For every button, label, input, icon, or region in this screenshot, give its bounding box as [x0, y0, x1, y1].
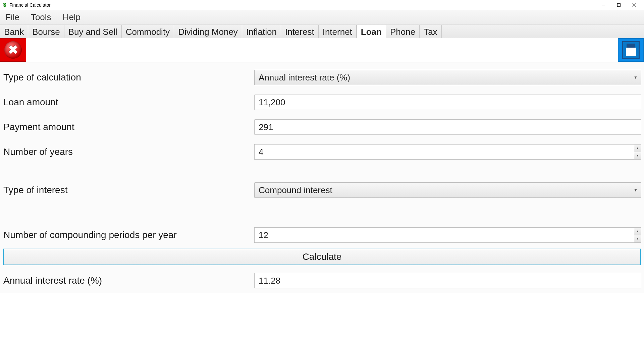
menu-file[interactable]: File	[3, 11, 21, 23]
label-type-of-interest: Type of interest	[3, 185, 254, 195]
payment-amount-input[interactable]	[254, 119, 641, 135]
tab-tax[interactable]: Tax	[420, 25, 441, 38]
tab-commodity[interactable]: Commodity	[122, 25, 174, 38]
toolbar: ✖	[0, 38, 644, 62]
tab-phone[interactable]: Phone	[386, 25, 420, 38]
label-annual-interest-rate: Annual interest rate (%)	[3, 275, 254, 286]
tab-inflation[interactable]: Inflation	[242, 25, 281, 38]
maximize-button[interactable]	[611, 0, 627, 10]
app-dollar-icon: $	[2, 2, 7, 8]
calculate-label: Calculate	[303, 251, 342, 262]
calculate-button[interactable]: Calculate	[3, 249, 641, 265]
tab-buy-and-sell[interactable]: Buy and Sell	[64, 25, 122, 38]
tab-loan[interactable]: Loan	[357, 25, 386, 38]
close-window-button[interactable]	[627, 0, 642, 10]
spacer	[3, 203, 641, 223]
years-step-up[interactable]: ▲	[634, 145, 641, 152]
tabbar: Bank Bourse Buy and Sell Commodity Divid…	[0, 25, 644, 38]
svg-rect-1	[618, 4, 621, 7]
number-of-years-stepper: ▲ ▼	[634, 144, 641, 160]
save-button[interactable]	[618, 38, 644, 62]
tab-internet[interactable]: Internet	[319, 25, 357, 38]
annual-interest-rate-output[interactable]	[254, 273, 641, 288]
titlebar: $ Financial Calculator	[0, 0, 644, 10]
label-loan-amount: Loan amount	[3, 97, 254, 108]
type-of-calculation-select[interactable]: Annual interest rate (%) ▼	[254, 70, 641, 85]
floppy-disk-icon	[622, 41, 640, 59]
menubar: File Tools Help	[0, 10, 644, 25]
compounding-periods-input[interactable]	[254, 227, 634, 243]
menu-help[interactable]: Help	[61, 11, 83, 23]
type-of-calculation-value: Annual interest rate (%)	[259, 72, 350, 83]
number-of-years-input[interactable]	[254, 144, 634, 160]
label-compounding-periods: Number of compounding periods per year	[3, 230, 254, 240]
type-of-interest-select[interactable]: Compound interest ▼	[254, 182, 641, 198]
loan-form: Type of calculation Annual interest rate…	[0, 62, 644, 293]
label-payment-amount: Payment amount	[3, 122, 254, 132]
menu-tools[interactable]: Tools	[29, 11, 53, 23]
minimize-button[interactable]	[596, 0, 611, 10]
window-title: Financial Calculator	[9, 2, 51, 8]
close-circle-icon: ✖	[4, 41, 22, 59]
periods-step-up[interactable]: ▲	[634, 228, 641, 235]
spacer	[3, 164, 641, 178]
window-controls	[596, 0, 642, 10]
label-number-of-years: Number of years	[3, 147, 254, 157]
type-of-interest-value: Compound interest	[259, 185, 332, 195]
tab-interest[interactable]: Interest	[281, 25, 319, 38]
tab-bourse[interactable]: Bourse	[28, 25, 64, 38]
years-step-down[interactable]: ▼	[634, 152, 641, 160]
tab-bank[interactable]: Bank	[0, 25, 28, 38]
clear-button[interactable]: ✖	[0, 38, 26, 62]
compounding-periods-stepper: ▲ ▼	[634, 227, 641, 243]
label-type-of-calculation: Type of calculation	[3, 72, 254, 83]
chevron-down-icon: ▼	[634, 75, 638, 80]
chevron-down-icon: ▼	[634, 188, 638, 192]
periods-step-down[interactable]: ▼	[634, 235, 641, 243]
tab-dividing-money[interactable]: Dividing Money	[174, 25, 242, 38]
loan-amount-input[interactable]	[254, 95, 641, 110]
